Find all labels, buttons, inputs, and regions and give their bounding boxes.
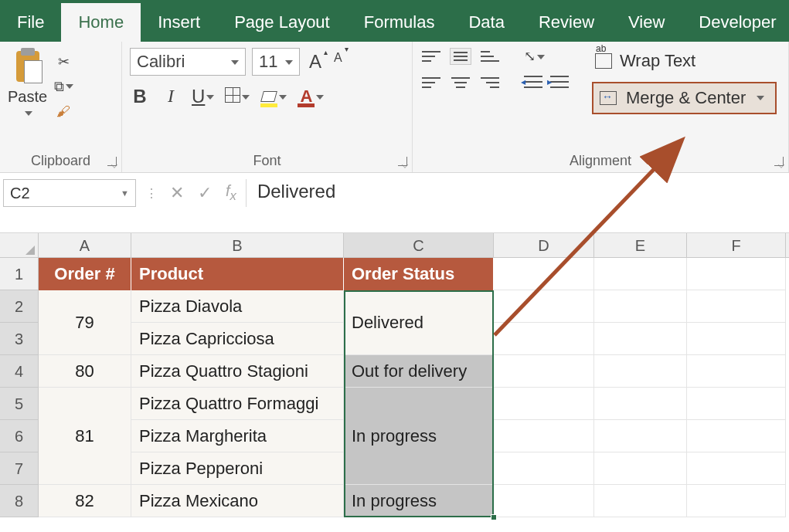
cell[interactable]	[687, 323, 786, 355]
cancel-icon[interactable]: ✕	[170, 183, 184, 203]
row-header[interactable]: 7	[0, 452, 39, 485]
font-name-combo[interactable]: Calibri	[130, 48, 246, 76]
chevron-down-icon[interactable]	[316, 95, 324, 100]
cell[interactable]: Out for delivery	[344, 355, 494, 388]
cell[interactable]: 82	[39, 485, 131, 517]
cell[interactable]	[594, 355, 687, 388]
font-color-button[interactable]: A	[298, 85, 324, 107]
cell[interactable]	[594, 388, 687, 420]
tab-data[interactable]: Data	[451, 3, 521, 42]
border-button[interactable]	[225, 86, 250, 107]
confirm-icon[interactable]: ✓	[198, 183, 212, 203]
grow-font-button[interactable]: A▴	[306, 48, 325, 76]
align-left-button[interactable]	[420, 74, 442, 91]
cell[interactable]	[594, 258, 687, 290]
dialog-launcher-alignment[interactable]	[774, 157, 784, 166]
col-header-b[interactable]: B	[131, 233, 344, 257]
font-size-combo[interactable]: 11	[252, 48, 300, 76]
chevron-down-icon[interactable]	[277, 52, 293, 72]
cell[interactable]	[687, 388, 786, 420]
wrap-text-button[interactable]: Wrap Text	[592, 48, 777, 74]
format-painter-button[interactable]: 🖌	[52, 102, 75, 120]
cell[interactable]: 81	[39, 388, 131, 485]
chevron-down-icon[interactable]	[25, 111, 32, 116]
cell[interactable]: 79	[39, 290, 131, 355]
chevron-down-icon[interactable]	[537, 55, 545, 59]
cell[interactable]	[687, 420, 786, 452]
cell[interactable]	[687, 452, 786, 485]
cell[interactable]: Pizza Diavola	[131, 290, 344, 323]
orientation-button[interactable]: ⤡	[524, 48, 545, 65]
merge-center-button[interactable]: Merge & Center	[592, 82, 777, 114]
cell[interactable]	[594, 290, 687, 323]
chevron-down-icon[interactable]	[223, 52, 239, 72]
cell[interactable]	[494, 323, 594, 355]
row-header[interactable]: 4	[0, 355, 39, 388]
increase-indent-button[interactable]	[550, 74, 569, 90]
col-header-c[interactable]: C	[344, 233, 494, 257]
cell[interactable]: 80	[39, 355, 131, 388]
tab-formulas[interactable]: Formulas	[347, 3, 452, 42]
select-all-corner[interactable]	[0, 233, 39, 257]
cell[interactable]	[494, 388, 594, 420]
cell[interactable]: Order #	[39, 258, 131, 290]
cut-button[interactable]: ✂	[52, 53, 75, 71]
col-header-f[interactable]: F	[687, 233, 786, 257]
align-right-button[interactable]	[479, 74, 501, 91]
cell[interactable]	[494, 485, 594, 517]
cell[interactable]	[687, 355, 786, 388]
chevron-down-icon[interactable]	[66, 84, 73, 89]
tab-view[interactable]: View	[611, 3, 682, 42]
tab-file[interactable]: File	[0, 3, 61, 42]
tab-home[interactable]: Home	[61, 3, 141, 42]
chevron-down-icon[interactable]	[242, 95, 250, 100]
tab-review[interactable]: Review	[522, 3, 611, 42]
fx-icon[interactable]: fx	[226, 182, 236, 204]
cell[interactable]	[494, 452, 594, 485]
underline-button[interactable]: U	[192, 86, 214, 107]
cell[interactable]	[594, 485, 687, 517]
cell[interactable]: Pizza Mexicano	[131, 485, 344, 517]
copy-button[interactable]: ⧉	[52, 77, 75, 96]
cell[interactable]	[687, 290, 786, 323]
fill-handle[interactable]	[491, 514, 497, 520]
row-header[interactable]: 8	[0, 485, 39, 517]
align-middle-button[interactable]	[450, 48, 471, 65]
chevron-down-icon[interactable]: ▼	[121, 188, 129, 198]
chevron-down-icon[interactable]	[757, 96, 764, 100]
row-header[interactable]: 6	[0, 420, 39, 452]
cell[interactable]: Pizza Quattro Formaggi	[131, 388, 344, 420]
align-top-button[interactable]	[420, 48, 442, 65]
formula-input[interactable]: Delivered	[247, 173, 789, 210]
cell[interactable]: In progress	[344, 485, 494, 517]
spreadsheet-grid[interactable]: A B C D E F 1 Order # Product Order Stat…	[0, 233, 789, 517]
decrease-indent-button[interactable]	[524, 74, 542, 90]
align-bottom-button[interactable]	[479, 48, 501, 65]
chevron-down-icon[interactable]	[279, 95, 287, 100]
dialog-launcher-clipboard[interactable]	[107, 157, 117, 166]
align-center-button[interactable]	[450, 74, 471, 91]
tab-developer[interactable]: Developer	[682, 3, 789, 42]
bold-button[interactable]: B	[130, 86, 150, 107]
chevron-down-icon[interactable]	[206, 95, 214, 100]
row-header[interactable]: 1	[0, 258, 39, 290]
cell[interactable]: Pizza Margherita	[131, 420, 344, 452]
cell[interactable]	[494, 420, 594, 452]
row-header[interactable]: 5	[0, 388, 39, 420]
cell[interactable]: Pizza Pepperoni	[131, 452, 344, 485]
cell[interactable]	[687, 485, 786, 517]
tab-insert[interactable]: Insert	[141, 3, 217, 42]
fill-color-button[interactable]	[260, 85, 287, 107]
cell[interactable]	[594, 323, 687, 355]
name-box[interactable]: C2▼	[3, 179, 136, 207]
cell[interactable]	[494, 355, 594, 388]
cell[interactable]	[594, 452, 687, 485]
col-header-e[interactable]: E	[594, 233, 687, 257]
cell[interactable]	[594, 420, 687, 452]
italic-button[interactable]: I	[161, 86, 181, 107]
cell[interactable]	[494, 290, 594, 323]
cell[interactable]	[687, 258, 786, 290]
cell[interactable]: Order Status	[344, 258, 494, 290]
col-header-d[interactable]: D	[494, 233, 594, 257]
tab-page-layout[interactable]: Page Layout	[217, 3, 347, 42]
